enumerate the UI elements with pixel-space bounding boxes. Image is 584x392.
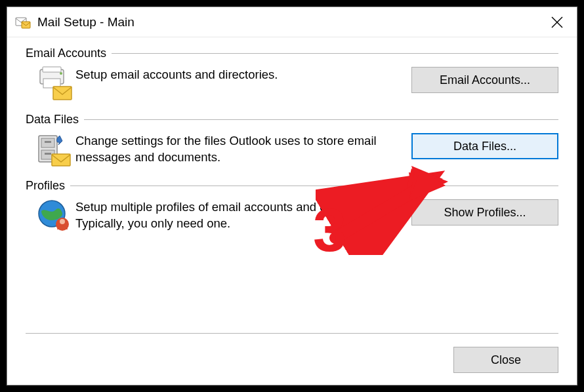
- window-close-button[interactable]: [544, 9, 570, 35]
- close-icon: [551, 16, 563, 28]
- divider: [26, 333, 558, 334]
- divider: [70, 186, 558, 186]
- group-heading-data-files: Data Files: [26, 113, 79, 127]
- svg-point-7: [60, 72, 62, 75]
- show-profiles-button[interactable]: Show Profiles...: [411, 199, 558, 225]
- svg-rect-12: [45, 141, 51, 143]
- group-email-accounts: Email Accounts: [26, 47, 558, 102]
- group-heading-email-accounts: Email Accounts: [26, 47, 106, 60]
- svg-rect-13: [45, 153, 51, 155]
- group-heading-profiles: Profiles: [26, 179, 65, 193]
- mail-setup-dialog: Mail Setup - Main Email Accounts: [7, 7, 577, 385]
- svg-rect-1: [22, 22, 30, 28]
- annotation-number: 3: [313, 200, 346, 260]
- description-profiles: Setup multiple profiles of email account…: [75, 198, 411, 232]
- printer-mail-icon: [36, 66, 73, 102]
- divider: [84, 119, 558, 120]
- svg-rect-5: [43, 67, 61, 72]
- cabinet-mail-icon: [36, 132, 73, 168]
- svg-point-18: [60, 219, 65, 224]
- mail-setup-icon: [15, 14, 31, 30]
- description-data-files: Change settings for the files Outlook us…: [75, 132, 411, 166]
- svg-rect-8: [53, 87, 72, 100]
- titlebar: Mail Setup - Main: [7, 7, 577, 37]
- dialog-body: Email Accounts: [7, 37, 577, 257]
- group-data-files: Data Files: [26, 113, 558, 168]
- window-title: Mail Setup - Main: [37, 15, 544, 29]
- description-email-accounts: Setup email accounts and directories.: [75, 66, 411, 83]
- svg-rect-14: [52, 154, 70, 166]
- email-accounts-button[interactable]: Email Accounts...: [411, 67, 558, 93]
- group-profiles: Profiles Setu: [26, 179, 558, 235]
- globe-user-icon: [36, 198, 73, 235]
- data-files-button[interactable]: Data Files...: [411, 133, 558, 159]
- dialog-footer: Close: [26, 333, 558, 373]
- divider: [112, 53, 558, 54]
- close-button[interactable]: Close: [453, 347, 558, 373]
